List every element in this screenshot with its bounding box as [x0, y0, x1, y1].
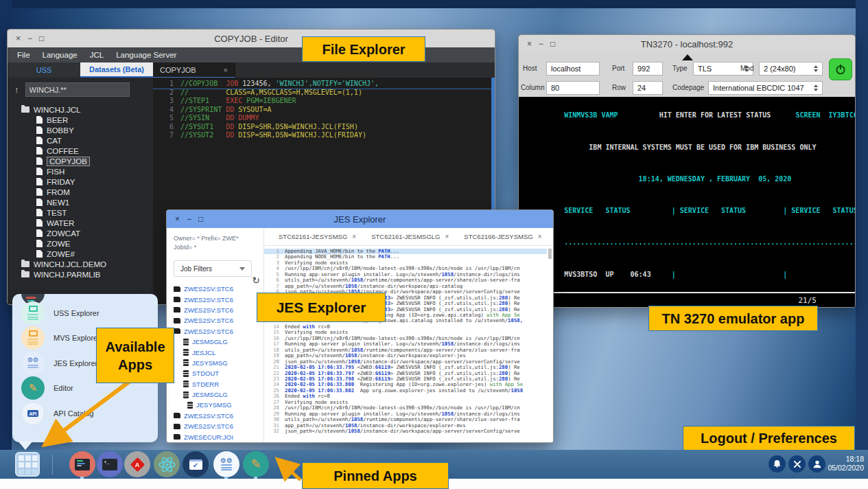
notifications-button[interactable] — [769, 455, 786, 473]
job-item[interactable]: ZWES2SV:STC6 — [174, 411, 263, 421]
spool-tab[interactable]: STC62166-JESYSMSG × — [456, 233, 549, 240]
column-input[interactable]: 80 — [546, 81, 600, 95]
spool-tab[interactable]: STC62166-JESM — [550, 233, 553, 240]
job-item[interactable]: ZWESECUR:JOI — [174, 431, 263, 442]
tab-datasets-beta[interactable]: Datasets (Beta) — [80, 62, 153, 78]
job-item[interactable]: JESYSMSG — [183, 358, 263, 368]
job-icon — [183, 391, 189, 398]
tn3270-terminal-screen[interactable]: WINMVS3B VAMP HIT ENTER FOR LATEST STATU… — [519, 97, 855, 291]
tree-item[interactable]: ZOWE — [8, 238, 153, 249]
uss-explorer-icon — [21, 302, 45, 325]
tree-item[interactable]: NEW1 — [8, 197, 153, 207]
user-account-button[interactable] — [808, 455, 825, 473]
tree-item[interactable]: BOBBY — [8, 125, 153, 135]
codepage-select[interactable]: International EBCDIC 1047 — [708, 81, 823, 95]
tn3270-titlebar[interactable]: × − □ TN3270 - localhost:992 — [519, 35, 855, 53]
maximize-icon[interactable]: □ — [550, 40, 555, 48]
collapse-panel-icon[interactable] — [682, 54, 693, 60]
row-label: Row — [612, 84, 626, 91]
port-input[interactable]: 992 — [633, 62, 663, 76]
tree-item[interactable]: BEER — [8, 115, 153, 125]
annotation-available-apps: Available Apps — [96, 328, 174, 383]
type-value: TLS — [698, 65, 712, 73]
tree-item[interactable]: COFFEE — [8, 146, 153, 156]
close-tab-icon[interactable]: × — [352, 233, 356, 240]
job-item[interactable]: STDOUT — [183, 368, 263, 378]
minimize-icon[interactable]: − — [187, 215, 191, 223]
tree-item-label: WATER — [47, 219, 74, 227]
job-item[interactable]: ZWES2SV:STC6 — [174, 284, 263, 294]
job-item[interactable]: JESYSMSG — [187, 400, 263, 410]
menu-language-server[interactable]: Language Server — [116, 51, 176, 59]
close-icon[interactable]: × — [527, 40, 532, 48]
job-item[interactable]: STDERR — [183, 379, 263, 389]
minimize-icon[interactable]: − — [27, 34, 32, 43]
jes-main: STC62161-JESYSMSG × STC62161-JESMSGLG × … — [264, 228, 553, 442]
job-item[interactable]: JESJCL — [183, 347, 263, 357]
spool-tab[interactable]: STC62161-JESYSMSG × — [271, 233, 364, 240]
close-tab-icon[interactable]: × — [224, 66, 228, 74]
job-item[interactable]: JESMSGLG — [183, 337, 263, 347]
tree-item[interactable]: ZOWE# — [8, 249, 153, 259]
dataset-search-input[interactable] — [25, 82, 130, 97]
maximize-icon[interactable]: □ — [39, 34, 44, 43]
close-icon[interactable]: × — [16, 34, 21, 43]
disconnect-power-button[interactable] — [829, 58, 852, 80]
close-icon[interactable]: × — [175, 215, 180, 223]
tree-item[interactable]: FRIDAY — [8, 177, 153, 187]
job-item[interactable]: ZWES2SV:STC6 — [174, 315, 263, 326]
preferences-button[interactable] — [788, 455, 806, 473]
pinned-jes-explorer[interactable]: ⚙⚙ — [213, 451, 239, 477]
tree-item[interactable]: WATER — [8, 218, 153, 228]
mod-select[interactable]: 2 (24x80) — [759, 62, 823, 76]
menu-language[interactable]: Language — [43, 51, 78, 59]
menu-file[interactable]: File — [17, 51, 30, 59]
pinned-vt-terminal[interactable]: ›_ — [97, 451, 123, 477]
job-icon — [174, 297, 180, 302]
job-item[interactable]: ZWES2SV:STC6 — [174, 294, 263, 304]
job-filters-accordion[interactable]: Job Filters — [174, 260, 252, 277]
spool-log-content[interactable]: 1 Appending JAVA_HOME/bin to the PATH...… — [264, 246, 547, 441]
tree-item[interactable]: WINCHJ.JCL.DEMO — [8, 259, 153, 269]
menu-jcl[interactable]: JCL — [90, 51, 104, 59]
file-icon — [36, 147, 43, 155]
jes-titlebar[interactable]: × − □ JES Explorer — [167, 210, 553, 228]
tree-item[interactable]: FROM — [8, 187, 153, 197]
start-menu-button[interactable] — [15, 452, 40, 477]
tree-item[interactable]: TEST — [8, 207, 153, 218]
up-arrow-icon[interactable]: ↑ — [14, 84, 19, 95]
tree-item[interactable]: FISH — [8, 166, 153, 177]
pinned-api-catalog[interactable]: A — [124, 451, 150, 477]
close-tab-icon[interactable]: × — [445, 233, 449, 240]
job-item[interactable]: ZWES2SV:STC6 — [174, 326, 263, 337]
maximize-icon[interactable]: □ — [198, 215, 203, 223]
log-scrollbar[interactable] — [548, 249, 552, 259]
job-item[interactable]: ZWES2SV:STC6 — [174, 305, 263, 315]
tree-item[interactable]: COPYJOB — [8, 156, 153, 166]
menu-item-uss-explorer[interactable]: USS Explorer — [12, 301, 158, 326]
pinned-editor[interactable]: ✎ — [243, 451, 269, 477]
job-item[interactable]: JESMSGLG — [183, 442, 263, 443]
job-item[interactable]: JESMSGLG — [183, 389, 263, 400]
tree-item[interactable]: ZOWCAT — [8, 228, 153, 238]
tab-uss[interactable]: USS — [8, 62, 80, 78]
minimize-icon[interactable]: − — [539, 40, 543, 48]
refresh-icon[interactable]: ↻ — [252, 275, 260, 286]
tree-item[interactable]: CAT — [8, 135, 153, 146]
host-input[interactable]: localhost — [546, 62, 600, 76]
tab-copyjob[interactable]: COPYJOB × — [153, 62, 235, 78]
dataset-tree: WINCHJ.JCL BEER BOBBY — [8, 102, 153, 304]
close-tab-icon[interactable]: × — [538, 233, 542, 240]
pinned-workflow-app[interactable]: ✓ — [183, 451, 209, 477]
menu-item-api-catalog[interactable]: API API Catalog — [12, 401, 158, 426]
tree-item[interactable]: WINCHJ.JCL — [8, 104, 153, 115]
row-input[interactable]: 24 — [633, 81, 663, 95]
tree-item-label: WINCHJ.JCL — [34, 106, 80, 114]
job-icon — [187, 402, 193, 409]
tree-item[interactable]: WINCHJ.PARMLIB — [8, 269, 153, 280]
spool-tab[interactable]: STC62161-JESMSGLG × — [364, 233, 456, 240]
code-text: //SYSUT1 DD DISP=SHR,DSN=WINCHJ.JCL(FISH… — [180, 123, 358, 132]
pinned-react-app[interactable] — [154, 451, 180, 477]
pinned-tn3270-terminal[interactable] — [69, 451, 95, 477]
job-item[interactable]: ZWES2SV:STC6 — [174, 421, 263, 431]
